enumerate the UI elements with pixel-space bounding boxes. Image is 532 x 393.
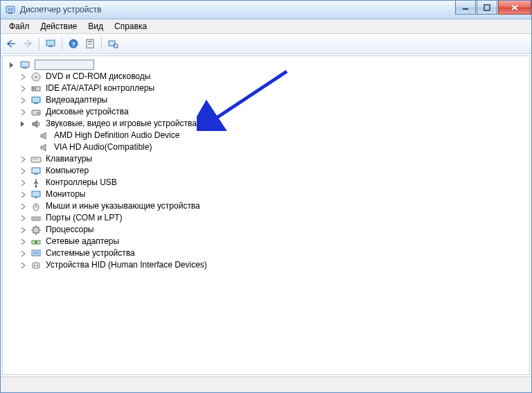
svg-rect-31 [35, 159, 36, 159]
minimize-button[interactable] [455, 1, 476, 15]
maximize-button[interactable] [477, 1, 497, 15]
titlebar[interactable]: Диспетчер устройств [1, 1, 531, 19]
tree-category[interactable]: Устройства HID (Human Interface Devices) [6, 259, 526, 271]
expander-closed-icon[interactable] [19, 167, 28, 175]
expander-closed-icon[interactable] [19, 202, 28, 211]
svg-rect-23 [33, 87, 34, 90]
properties-icon [85, 38, 96, 49]
svg-rect-29 [31, 157, 41, 162]
tree-category-audio[interactable]: Звуковые, видео и игровые устройства [6, 118, 526, 130]
svg-line-17 [117, 47, 118, 49]
svg-rect-24 [35, 87, 36, 90]
menu-help[interactable]: Справка [109, 20, 152, 33]
menu-file[interactable]: Файл [3, 20, 35, 33]
expander-closed-icon[interactable] [19, 96, 28, 105]
tree-category[interactable]: Порты (COM и LPT) [6, 212, 526, 224]
category-label: Мониторы [44, 189, 87, 200]
close-icon [511, 4, 519, 11]
svg-rect-12 [88, 41, 92, 42]
toolbar-separator [39, 37, 39, 50]
tree-category[interactable]: IDE ATA/ATAPI контроллеры [6, 82, 526, 94]
expander-closed-icon[interactable] [19, 85, 28, 93]
device-tree-pane[interactable]: DVD и CD-ROM дисководы IDE ATA/ATAPI кон… [2, 55, 530, 375]
help-button[interactable]: ? [66, 36, 81, 51]
menu-view[interactable]: Вид [82, 20, 109, 33]
optical-drive-icon [30, 71, 42, 82]
tree-device[interactable]: VIA HD Audio(Compatible) [6, 141, 526, 153]
audio-icon [30, 119, 42, 130]
tree-device[interactable]: AMD High Definition Audio Device [6, 130, 526, 141]
svg-rect-3 [463, 8, 468, 10]
category-label: Мыши и иные указывающие устройства [44, 200, 202, 212]
toolbar: ? [1, 34, 531, 54]
app-icon [5, 4, 16, 15]
svg-rect-1 [8, 8, 13, 11]
ide-controller-icon [30, 83, 42, 94]
category-label: Порты (COM и LPT) [44, 212, 124, 224]
category-label: Процессоры [44, 224, 96, 236]
expander-closed-icon[interactable] [19, 261, 28, 270]
device-label: AMD High Definition Audio Device [53, 130, 181, 141]
keyboard-icon [30, 154, 42, 165]
computer-icon [30, 166, 42, 177]
disk-drive-icon [30, 107, 42, 118]
device-manager-window: Диспетчер устройств Файл Действие Вид Сп… [0, 0, 532, 393]
tree-category[interactable]: DVD и CD-ROM дисководы [6, 71, 526, 82]
expander-open-icon[interactable] [19, 120, 28, 128]
svg-rect-4 [484, 5, 490, 10]
back-button[interactable] [3, 36, 19, 51]
svg-rect-52 [33, 252, 39, 254]
device-label: VIA HD Audio(Compatible) [53, 141, 153, 153]
tree-category[interactable]: Системные устройства [6, 247, 526, 259]
expander-open-icon[interactable] [8, 61, 17, 69]
svg-point-42 [35, 218, 37, 219]
expander-closed-icon[interactable] [19, 108, 28, 116]
window-controls [454, 1, 531, 15]
tree-category[interactable]: Контроллеры USB [6, 177, 526, 189]
system-device-icon [30, 248, 42, 259]
tree-category[interactable]: Видеоадаптеры [6, 94, 526, 106]
category-label: Дисковые устройства [44, 106, 130, 118]
tree-root[interactable] [6, 59, 526, 71]
forward-arrow-icon [22, 39, 33, 49]
tree-category[interactable]: Мыши и иные указывающие устройства [6, 200, 526, 212]
expander-closed-icon[interactable] [19, 155, 28, 164]
svg-rect-53 [33, 263, 39, 268]
show-hidden-button[interactable] [43, 36, 58, 51]
menu-action[interactable]: Действие [35, 20, 83, 33]
expander-closed-icon[interactable] [19, 226, 28, 234]
category-label: Компьютер [44, 165, 90, 177]
hid-icon [30, 260, 42, 271]
close-button[interactable] [498, 1, 531, 15]
tree-category[interactable]: Процессоры [6, 224, 526, 236]
tree-category[interactable]: Мониторы [6, 189, 526, 200]
network-icon [30, 236, 42, 247]
svg-rect-18 [21, 62, 29, 67]
tree-category[interactable]: Дисковые устройства [6, 106, 526, 118]
tree-category[interactable]: Компьютер [6, 165, 526, 177]
svg-point-35 [35, 185, 37, 187]
svg-rect-44 [33, 227, 39, 233]
audio-device-icon [39, 142, 50, 153]
expander-closed-icon[interactable] [19, 250, 28, 258]
expander-closed-icon[interactable] [19, 238, 28, 246]
svg-point-21 [35, 76, 37, 78]
help-icon: ? [68, 38, 79, 49]
scan-hardware-button[interactable] [105, 36, 121, 51]
expander-closed-icon[interactable] [19, 179, 28, 187]
expander-closed-icon[interactable] [19, 214, 28, 222]
cpu-icon [30, 225, 42, 236]
forward-button[interactable] [20, 36, 35, 51]
tree-category[interactable]: Клавиатуры [6, 153, 526, 165]
expander-closed-icon[interactable] [19, 73, 28, 81]
expander-closed-icon[interactable] [19, 191, 28, 199]
tree-category[interactable]: Сетевые адаптеры [6, 236, 526, 247]
svg-point-28 [37, 112, 39, 114]
svg-rect-2 [8, 12, 12, 14]
maximize-icon [484, 4, 490, 11]
properties-button[interactable] [82, 36, 98, 51]
svg-point-55 [37, 265, 38, 266]
category-label: Звуковые, видео и игровые устройства [44, 118, 198, 130]
svg-rect-25 [32, 97, 40, 103]
svg-point-43 [37, 218, 39, 219]
